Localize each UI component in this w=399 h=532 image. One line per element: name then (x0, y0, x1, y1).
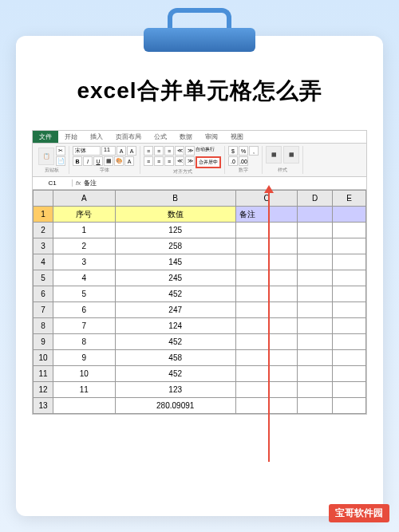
ribbon-tabs: 文件 开始 插入 页面布局 公式 数据 审阅 视图 (33, 131, 366, 144)
tab-insert[interactable]: 插入 (84, 131, 109, 143)
formula-value: 备注 (84, 179, 97, 187)
row-header[interactable]: 1 (34, 207, 53, 223)
tab-home[interactable]: 开始 (58, 131, 84, 143)
col-B[interactable]: B (115, 191, 235, 207)
table-row: 1211123 (34, 382, 366, 398)
group-number: $ % , .0 .00 数字 (225, 146, 263, 174)
dec-inc-icon[interactable]: .0 (228, 156, 238, 166)
align-right-icon[interactable]: ≡ (164, 156, 174, 166)
formula-bar[interactable]: fx 备注 (73, 179, 366, 187)
font-label: 字体 (73, 167, 136, 174)
font-shrink-icon[interactable]: A (127, 146, 136, 156)
tab-layout[interactable]: 页面布局 (109, 131, 148, 143)
styles-label: 样式 (266, 167, 299, 174)
table-row: 13280.09091 (34, 398, 366, 414)
formula-bar-row: C1 fx 备注 (33, 177, 366, 190)
col-A[interactable]: A (53, 191, 116, 207)
group-clipboard: 📋 ✂ 📄 剪贴板 (35, 146, 69, 174)
table-row: 1 序号 数值 备注 (34, 207, 366, 223)
arrow-line (268, 191, 270, 462)
tab-file[interactable]: 文件 (33, 131, 58, 143)
indent2-icon[interactable]: ≪ (175, 156, 184, 166)
spreadsheet[interactable]: A B C D E 1 序号 数值 备注 21125 32258 43145 5… (33, 190, 366, 414)
table-row: 1110452 (34, 366, 366, 382)
col-E[interactable]: E (332, 191, 365, 207)
indent-dec-icon[interactable]: ≪ (175, 146, 184, 156)
align-mid-icon[interactable]: ≡ (154, 146, 164, 156)
cell-C1[interactable]: 备注 (235, 207, 298, 223)
cut-icon[interactable]: ✂ (56, 146, 65, 156)
column-header-row: A B C D E (34, 191, 366, 207)
group-alignment: ≡ ≡ ≡ ≪ ≫ 自动换行 ≡ ≡ ≡ ≪ ≫ 合并居中 (140, 146, 225, 174)
border-icon[interactable]: ▦ (104, 156, 113, 166)
number-label: 数字 (228, 167, 259, 174)
table-row: 43145 (34, 254, 366, 270)
underline-icon[interactable]: U (93, 156, 103, 166)
currency-icon[interactable]: $ (228, 146, 238, 156)
clipboard-label: 剪贴板 (38, 167, 65, 174)
watermark: 宝哥软件园 (329, 504, 389, 522)
indent-inc-icon[interactable]: ≫ (185, 146, 195, 156)
table-row: 21125 (34, 223, 366, 238)
paste-icon[interactable]: 📋 (38, 148, 54, 165)
tab-review[interactable]: 审阅 (199, 131, 224, 143)
paper-card: excel合并单元格怎么弄 文件 开始 插入 页面布局 公式 数据 审阅 视图 … (16, 36, 383, 516)
tab-data[interactable]: 数据 (173, 131, 199, 143)
ribbon-content: 📋 ✂ 📄 剪贴板 宋体 11 A A (33, 144, 366, 177)
group-styles: ▦ ▦ 样式 (263, 146, 303, 174)
cell-reference[interactable]: C1 (33, 179, 73, 187)
copy-icon[interactable]: 📄 (56, 156, 65, 166)
font-size[interactable]: 11 (101, 146, 116, 156)
table-row: 109458 (34, 350, 366, 366)
fx-icon[interactable]: fx (76, 179, 81, 187)
align-center-icon[interactable]: ≡ (154, 156, 164, 166)
font-name[interactable]: 宋体 (73, 146, 101, 156)
table-row: 65452 (34, 286, 366, 302)
cell-A1[interactable]: 序号 (53, 207, 116, 223)
dec-dec-icon[interactable]: .00 (239, 156, 248, 166)
wrap-text-btn[interactable]: 自动换行 (196, 146, 215, 156)
align-label: 对齐方式 (144, 168, 221, 175)
italic-icon[interactable]: I (83, 156, 93, 166)
tab-view[interactable]: 视图 (224, 131, 250, 143)
fill-icon[interactable]: 🎨 (114, 156, 124, 166)
page-title: excel合并单元格怎么弄 (32, 76, 367, 106)
corner-cell[interactable] (34, 191, 53, 207)
format-table-icon[interactable]: ▦ (283, 146, 299, 164)
table-row: 54245 (34, 270, 366, 286)
table-row: 98452 (34, 334, 366, 350)
table-row: 87124 (34, 318, 366, 334)
font-color-icon[interactable]: A (124, 156, 134, 166)
tab-formula[interactable]: 公式 (148, 131, 173, 143)
comma-icon[interactable]: , (249, 146, 259, 156)
font-grow-icon[interactable]: A (117, 146, 126, 156)
cell-E1[interactable] (332, 207, 365, 223)
table-row: 76247 (34, 302, 366, 318)
indent3-icon[interactable]: ≫ (185, 156, 195, 166)
cell-D1[interactable] (298, 207, 333, 223)
col-D[interactable]: D (298, 191, 333, 207)
bold-icon[interactable]: B (73, 156, 82, 166)
cell-B1[interactable]: 数值 (115, 207, 235, 223)
table-row: 32258 (34, 238, 366, 254)
align-left-icon[interactable]: ≡ (144, 156, 153, 166)
merge-center-button[interactable]: 合并居中 (196, 156, 221, 168)
cond-format-icon[interactable]: ▦ (266, 146, 282, 164)
align-top-icon[interactable]: ≡ (144, 146, 153, 156)
excel-window: 文件 开始 插入 页面布局 公式 数据 审阅 视图 📋 ✂ 📄 剪贴板 (32, 130, 367, 415)
align-bot-icon[interactable]: ≡ (164, 146, 174, 156)
clipboard-clip (144, 8, 255, 48)
percent-icon[interactable]: % (239, 146, 248, 156)
group-font: 宋体 11 A A B I U ▦ 🎨 A 字体 (69, 146, 140, 174)
